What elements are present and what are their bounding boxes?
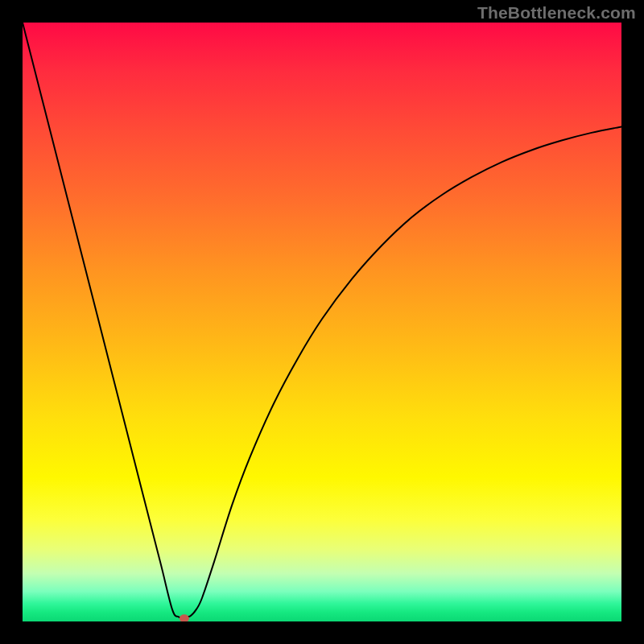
chart-plot-area — [23, 23, 621, 621]
bottleneck-curve — [23, 23, 621, 617]
chart-outer-frame: TheBottleneck.com — [0, 0, 644, 644]
optimum-marker — [180, 614, 189, 621]
watermark-text: TheBottleneck.com — [477, 3, 636, 23]
chart-svg — [23, 23, 621, 621]
